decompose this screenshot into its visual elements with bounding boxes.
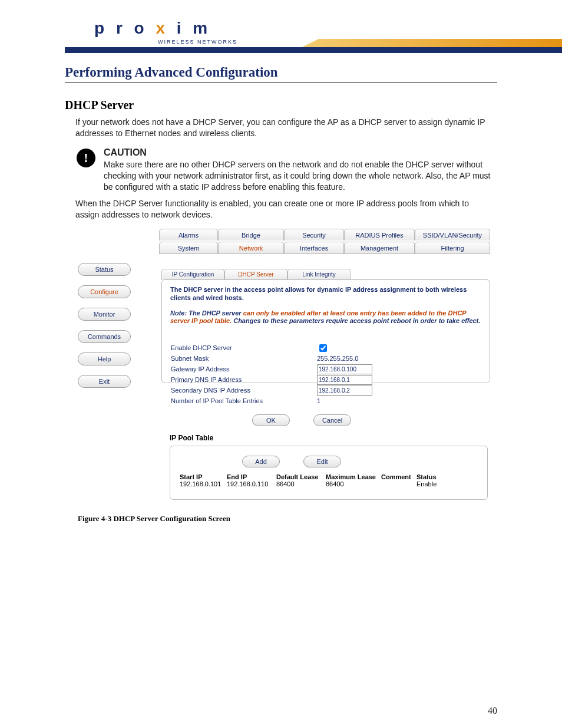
- cell-end-ip: 192.168.0.110: [227, 480, 276, 487]
- title-rule: [65, 83, 497, 83]
- nav-configure[interactable]: Configure: [78, 285, 131, 298]
- subtab-row: IP Configuration DHCP Server Link Integr…: [161, 269, 351, 280]
- caution-block: ! CAUTION Make sure there are no other D…: [77, 147, 492, 193]
- tab-alarms[interactable]: Alarms: [159, 229, 218, 241]
- tab-radius-profiles[interactable]: RADIUS Profiles: [344, 229, 415, 241]
- header-accent-blue: [65, 47, 562, 53]
- panel-description: The DHCP server in the access point allo…: [170, 286, 482, 302]
- tab-security[interactable]: Security: [284, 229, 344, 241]
- secondary-dns-label: Secondary DNS IP Address: [171, 387, 317, 394]
- cell-max-lease: 86400: [326, 480, 381, 487]
- primary-dns-input[interactable]: [317, 375, 372, 385]
- intro-paragraph: If your network does not have a DHCP Ser…: [75, 117, 492, 139]
- primary-dns-label: Primary DNS IP Address: [171, 376, 317, 383]
- nav-exit[interactable]: Exit: [78, 375, 131, 388]
- col-end-ip: End IP: [227, 473, 276, 480]
- subtab-link-integrity[interactable]: Link Integrity: [287, 269, 351, 280]
- subnet-mask-label: Subnet Mask: [171, 355, 317, 362]
- cell-status: Enable: [416, 480, 442, 487]
- page-number: 40: [488, 706, 497, 716]
- nav-monitor[interactable]: Monitor: [78, 308, 131, 321]
- add-button[interactable]: Add: [242, 456, 280, 467]
- col-comment: Comment: [381, 473, 416, 480]
- tab-filtering[interactable]: Filtering: [415, 242, 490, 253]
- col-start-ip: Start IP: [180, 473, 227, 480]
- edit-button[interactable]: Edit: [303, 456, 341, 467]
- enable-dhcp-checkbox[interactable]: [319, 344, 327, 352]
- cell-default-lease: 86400: [276, 480, 326, 487]
- config-screenshot: Alarms Bridge Security RADIUS Profiles S…: [78, 229, 495, 506]
- gateway-ip-label: Gateway IP Address: [171, 365, 317, 373]
- page-header: p r o x i m WIRELESS NETWORKS: [65, 5, 562, 55]
- pool-entries-label: Number of IP Pool Table Entries: [171, 397, 317, 404]
- subtab-ip-configuration[interactable]: IP Configuration: [161, 269, 224, 280]
- nav-commands[interactable]: Commands: [78, 330, 131, 343]
- tab-interfaces[interactable]: Interfaces: [284, 242, 344, 253]
- pool-entries-value: 1: [317, 397, 320, 404]
- cell-comment: [381, 480, 416, 487]
- side-nav: Status Configure Monitor Commands Help E…: [78, 263, 131, 388]
- header-accent-orange: [279, 39, 562, 47]
- tab-row-main: System Network Interfaces Management Fil…: [159, 242, 490, 253]
- nav-help[interactable]: Help: [78, 353, 131, 365]
- subnet-mask-value: 255.255.255.0: [317, 355, 358, 362]
- enable-dhcp-label: Enable DHCP Server: [171, 344, 317, 351]
- tab-ssid-vlan-security[interactable]: SSID/VLAN/Security: [415, 229, 490, 241]
- chapter-title: Performing Advanced Configuration: [65, 65, 562, 80]
- caution-heading: CAUTION: [104, 147, 492, 158]
- col-max-lease: Maximum Lease: [326, 473, 381, 480]
- tab-row-upper: Alarms Bridge Security RADIUS Profiles S…: [159, 229, 490, 241]
- col-default-lease: Default Lease: [276, 473, 326, 480]
- gateway-ip-input[interactable]: [317, 364, 372, 374]
- pool-table-row: 192.168.0.101 192.168.0.110 86400 86400 …: [180, 480, 481, 487]
- pool-table-header: Start IP End IP Default Lease Maximum Le…: [180, 473, 481, 480]
- caution-icon: !: [77, 149, 95, 167]
- caution-body: Make sure there are no other DHCP server…: [104, 159, 492, 193]
- subtab-dhcp-server[interactable]: DHCP Server: [224, 269, 287, 280]
- cell-start-ip: 192.168.0.101: [180, 480, 227, 487]
- dhcp-form: Enable DHCP Server Subnet Mask 255.255.2…: [171, 342, 483, 406]
- tab-management[interactable]: Management: [344, 242, 415, 253]
- ok-button[interactable]: OK: [252, 414, 290, 426]
- nav-status[interactable]: Status: [78, 263, 131, 276]
- col-status: Status: [416, 473, 442, 480]
- section-title: DHCP Server: [65, 98, 562, 112]
- tab-system[interactable]: System: [159, 242, 218, 253]
- post-caution-paragraph: When the DHCP Server functionality is en…: [75, 198, 492, 220]
- ip-pool-title: IP Pool Table: [170, 434, 213, 442]
- brand-logo: p r o x i m: [94, 19, 211, 38]
- cancel-button[interactable]: Cancel: [313, 414, 351, 426]
- figure-caption: Figure 4-3 DHCP Server Configuration Scr…: [78, 514, 562, 523]
- ip-pool-panel: Add Edit Start IP End IP Default Lease M…: [170, 446, 488, 500]
- tab-bridge[interactable]: Bridge: [218, 229, 284, 241]
- tab-network[interactable]: Network: [218, 242, 284, 253]
- brand-tagline: WIRELESS NETWORKS: [158, 39, 237, 45]
- panel-note: Note: The DHCP server can only be enable…: [170, 309, 482, 326]
- secondary-dns-input[interactable]: [317, 386, 372, 396]
